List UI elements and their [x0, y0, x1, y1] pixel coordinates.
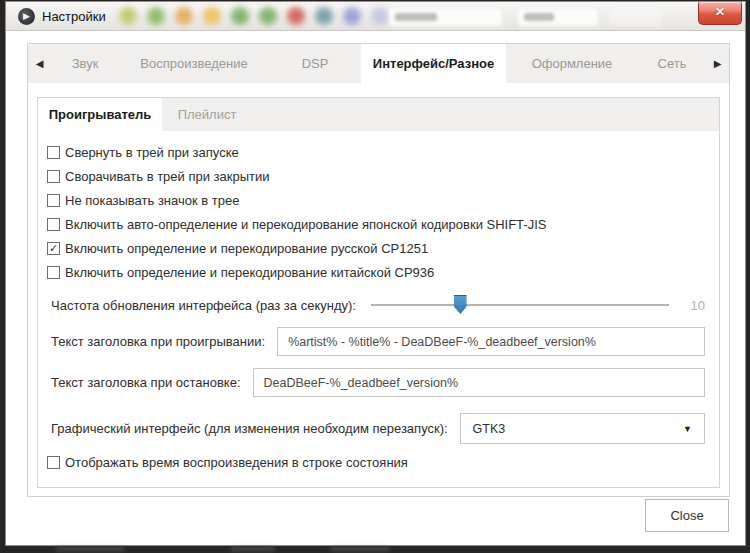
checkbox-box[interactable]: ✓	[47, 242, 60, 255]
checkbox-box[interactable]: ✓	[47, 456, 60, 469]
gui-refresh-rate-row: Частота обновления интерфейса (раз за се…	[51, 293, 705, 317]
window-title: Настройки	[42, 9, 106, 24]
titlebar-stopped-input[interactable]: DeaDBeeF-%_deadbeef_version%	[253, 368, 705, 397]
checkbox-minimize-to-tray-on-close[interactable]: ✓ Сворачивать в трей при закрытии	[47, 169, 705, 184]
slider-value: 10	[681, 298, 705, 313]
checkbox-label: Свернуть в трей при запуске	[65, 145, 239, 160]
blurred-icon	[147, 7, 165, 25]
blurred-icon	[315, 7, 333, 25]
settings-notebook: ◀ Звук Воспроизведение DSP Интерфейс/Раз…	[27, 43, 730, 497]
blurred-background-field	[389, 9, 502, 26]
titlebar-playing-input[interactable]: %artist% - %title% - DeaDBeeF-%_deadbeef…	[277, 327, 705, 356]
checkbox-shiftjis-detection[interactable]: ✓ Включить авто-определение и перекодиро…	[47, 217, 705, 232]
blurred-icon	[287, 7, 305, 25]
tab-scroll-right-button[interactable]: ▶	[706, 44, 729, 83]
tab-interface-misc[interactable]: Интерфейс/Разное	[361, 44, 506, 83]
gui-plugin-row: Графический интерфейс (для изменения нео…	[51, 413, 705, 444]
checkbox-label: Не показывать значок в трее	[65, 193, 239, 208]
subtab-playlist[interactable]: Плейлист	[162, 98, 252, 131]
refresh-slider[interactable]	[371, 304, 669, 306]
checkbox-box[interactable]: ✓	[47, 170, 60, 183]
blurred-icon	[259, 7, 277, 25]
combo-label: Графический интерфейс (для изменения нео…	[51, 421, 448, 436]
refresh-slider-handle[interactable]	[454, 295, 467, 314]
checkbox-box[interactable]: ✓	[47, 218, 60, 231]
titlebar-stopped-row: Текст заголовка при остановке: DeaDBeeF-…	[51, 368, 705, 397]
checkbox-box[interactable]: ✓	[47, 266, 60, 279]
checkbox-hide-tray-icon[interactable]: ✓ Не показывать значок в трее	[47, 193, 705, 208]
chevron-down-icon: ▼	[683, 424, 692, 434]
checkbox-label: Сворачивать в трей при закрытии	[65, 169, 270, 184]
blurred-icon	[119, 7, 137, 25]
checkbox-label: Включить определение и перекодирование к…	[65, 265, 434, 280]
blurred-background-field	[518, 9, 598, 26]
blurred-icon	[231, 7, 249, 25]
checkbox-label: Включить определение и перекодирование р…	[65, 241, 428, 256]
titlebar[interactable]: ▶ Настройки ✕	[6, 2, 745, 31]
subtab-bar: Проигрыватель Плейлист	[38, 98, 719, 131]
tab-bar: ◀ Звук Воспроизведение DSP Интерфейс/Раз…	[28, 44, 729, 83]
player-subnotebook: Проигрыватель Плейлист ✓ Свернуть в трей…	[37, 97, 720, 488]
blurred-background-icons	[119, 7, 389, 25]
close-button[interactable]: Close	[645, 499, 729, 532]
checkbox-label: Включить авто-определение и перекодирова…	[65, 217, 546, 232]
blurred-icon	[203, 7, 221, 25]
checkbox-box[interactable]: ✓	[47, 146, 60, 159]
titlebar-playing-row: Текст заголовка при проигрывании: %artis…	[51, 327, 705, 356]
checkbox-label: Отображать время воспроизведения в строк…	[65, 455, 408, 470]
tab-dsp[interactable]: DSP	[269, 44, 361, 83]
field-label: Текст заголовка при проигрывании:	[51, 334, 265, 349]
tab-scroll-left-button[interactable]: ◀	[28, 44, 51, 83]
checkbox-cp936-detection[interactable]: ✓ Включить определение и перекодирование…	[47, 265, 705, 280]
dropdown-value: GTK3	[473, 422, 506, 436]
app-icon: ▶	[18, 8, 35, 25]
field-label: Текст заголовка при остановке:	[51, 375, 241, 390]
checkbox-minimize-to-tray-on-start[interactable]: ✓ Свернуть в трей при запуске	[47, 145, 705, 160]
tab-appearance[interactable]: Оформление	[506, 44, 638, 83]
window-close-button[interactable]: ✕	[698, 2, 742, 25]
blurred-icon	[371, 7, 389, 25]
desktop-edge	[0, 546, 750, 553]
tab-playback[interactable]: Воспроизведение	[119, 44, 269, 83]
blurred-icon	[343, 7, 361, 25]
checkbox-box[interactable]: ✓	[47, 194, 60, 207]
subtab-player[interactable]: Проигрыватель	[38, 98, 162, 131]
checkmark-icon: ✓	[49, 243, 58, 254]
blurred-background-field	[609, 9, 661, 26]
gui-plugin-dropdown[interactable]: GTK3 ▼	[460, 413, 705, 444]
checkbox-cp1251-detection[interactable]: ✓ Включить определение и перекодирование…	[47, 241, 705, 256]
tab-network[interactable]: Сеть	[638, 44, 706, 83]
settings-window: ▶ Настройки ✕ ◀ Звук Воспроизведение DSP…	[5, 1, 746, 546]
tab-sound[interactable]: Звук	[51, 44, 119, 83]
checkbox-statusbar-playtime[interactable]: ✓ Отображать время воспроизведения в стр…	[47, 455, 705, 470]
slider-label: Частота обновления интерфейса (раз за се…	[51, 298, 356, 313]
blurred-icon	[175, 7, 193, 25]
player-settings-panel: ✓ Свернуть в трей при запуске ✓ Сворачив…	[38, 131, 719, 470]
